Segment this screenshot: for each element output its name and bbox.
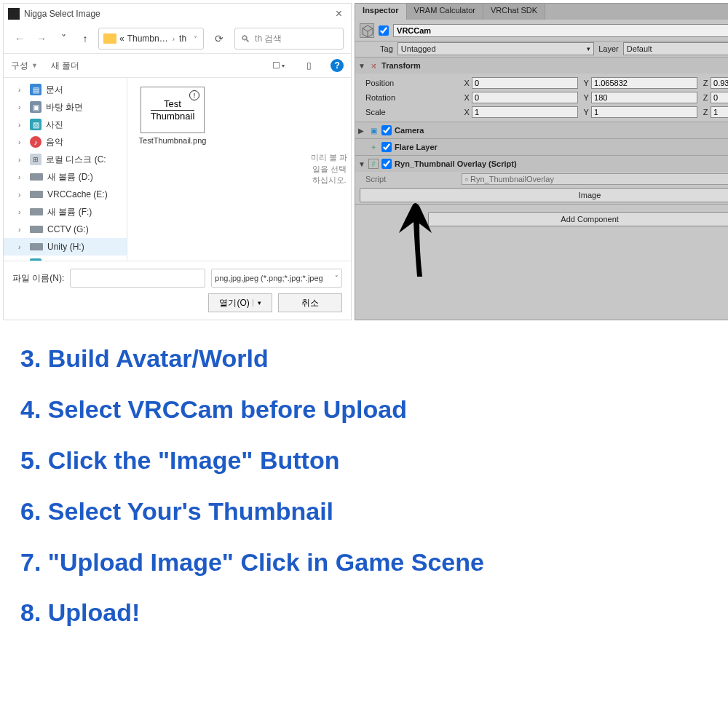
view-mode-button[interactable]: ☐▾ (269, 57, 287, 74)
folder-tree: ›▤문서 ›▣바탕 화면 ›▨사진 ›♪음악 ›⊞로컬 디스크 (C: ›새 볼… (4, 78, 127, 261)
transform-component: ▼ ⤨ Transform ❔⇆⋮ Position X Y Z Rotatio… (355, 58, 728, 122)
scale-label: Scale (360, 108, 462, 116)
address-bar[interactable]: « Thumbn… › th ˅ (98, 28, 204, 50)
script-field[interactable]: ▫Ryn_ThumbnailOverlay (462, 173, 728, 185)
script-label: Script (360, 175, 462, 183)
step-8: 8. Upload! (20, 596, 708, 630)
info-icon: ! (189, 90, 199, 100)
scale-x-field[interactable] (472, 106, 578, 118)
dialog-toolbar: 구성▼ 새 폴더 ☐▾ ▯ ? (4, 53, 351, 78)
step-3: 3. Build Avatar/World (20, 342, 708, 376)
position-x-field[interactable] (472, 77, 578, 89)
camera-component: ▶ ▣ Camera ❔⇆⋮ (355, 122, 728, 139)
tree-item-cctv[interactable]: ›CCTV (G:) (4, 221, 127, 238)
nav-up-button[interactable]: ↑ (76, 30, 94, 47)
step-5: 5. Click the "Image" Button (20, 444, 708, 478)
position-y-field[interactable] (591, 77, 697, 89)
help-icon[interactable]: ? (331, 59, 344, 72)
file-name-label: TestThumbnail.png (139, 136, 207, 145)
ryn-thumbnail-overlay-component: ▼ # Ryn_Thumbnail Overlay (Script) ❔⇆⋮ S… (355, 156, 728, 205)
breadcrumb-part-2[interactable]: th (179, 33, 186, 44)
unity-icon (8, 8, 20, 20)
search-placeholder: th 검색 (255, 33, 282, 45)
preview-hint: 미리 볼 파일을 선택하십시오. (307, 78, 351, 261)
file-item[interactable]: ! Test Thumbnail TestThumbnail.png (136, 87, 209, 145)
close-icon[interactable]: × (331, 7, 347, 20)
layer-label: Layer (598, 44, 619, 53)
chevron-down-icon: ▼ (31, 62, 38, 69)
organize-button[interactable]: 구성▼ (11, 60, 38, 72)
cancel-button[interactable]: 취소 (278, 293, 342, 312)
component-enabled-checkbox[interactable] (381, 159, 392, 169)
rotation-x-field[interactable] (472, 92, 578, 103)
fold-icon[interactable]: ▼ (358, 160, 365, 168)
flare-layer-component: ▶ ✦ Flare Layer ❔⇆⋮ (355, 139, 728, 156)
script-icon: # (368, 159, 379, 169)
chevron-down-icon[interactable]: ˅ (194, 35, 197, 43)
tag-label: Tag (380, 44, 393, 53)
step-4: 4. Select VRCCam before Upload (20, 393, 708, 427)
tree-item-music[interactable]: ›♪음악 (4, 133, 127, 151)
scale-y-field[interactable] (591, 106, 697, 118)
tree-item-local-disk[interactable]: ›⊞로컬 디스크 (C: (4, 151, 127, 168)
tree-item-unity[interactable]: ›Unity (H:) (4, 238, 127, 256)
tree-item-vrccache[interactable]: ›VRCCache (E:) (4, 186, 127, 203)
dialog-titlebar: Nigga Select Image × (4, 4, 351, 24)
add-component-button[interactable]: Add Component (428, 212, 728, 226)
fold-icon[interactable]: ▼ (358, 62, 365, 70)
scale-z-field[interactable] (711, 106, 728, 118)
tree-item-desktop[interactable]: ›▣바탕 화면 (4, 98, 127, 116)
flare-icon: ✦ (368, 142, 379, 152)
folder-icon (103, 33, 116, 44)
tree-item-esd-usb[interactable]: ›▸ESD-USB (I:) (4, 256, 127, 261)
rotation-y-field[interactable] (591, 92, 697, 103)
preview-pane-button[interactable]: ▯ (300, 57, 317, 74)
transform-icon: ⤨ (368, 60, 379, 71)
file-filter-select[interactable]: png,jpg,jpeg (*.png;*.jpg;*.jpeg˅ (211, 269, 342, 288)
search-input[interactable]: 🔍︎ th 검색 (234, 28, 344, 50)
tree-item-documents[interactable]: ›▤문서 (4, 81, 127, 98)
tree-item-volume-f[interactable]: ›새 볼륨 (F:) (4, 203, 127, 221)
open-button[interactable]: 열기(O)▾ (208, 293, 272, 312)
step-7: 7. "Upload Image" Click in Game Scene (20, 546, 708, 579)
thumbnail-image: ! Test Thumbnail (141, 87, 205, 133)
tree-item-volume-d[interactable]: ›새 볼륨 (D:) (4, 168, 127, 186)
tag-dropdown[interactable]: Untagged▾ (397, 42, 594, 55)
rotation-label: Rotation (360, 93, 462, 102)
layer-dropdown[interactable]: Default▾ (623, 42, 728, 55)
component-enabled-checkbox[interactable] (381, 142, 392, 152)
nav-bar: ← → ˅ ↑ « Thumbn… › th ˅ ⟳ 🔍︎ th 검색 (4, 24, 351, 53)
filename-label: 파일 이름(N): (12, 272, 64, 285)
file-list[interactable]: ! Test Thumbnail TestThumbnail.png (127, 78, 307, 261)
tab-vrchat-sdk[interactable]: VRChat SDK (483, 4, 545, 20)
nav-recent-button[interactable]: ˅ (55, 30, 72, 47)
search-icon: 🔍︎ (241, 33, 250, 44)
position-label: Position (360, 79, 462, 87)
active-checkbox[interactable] (379, 25, 389, 36)
object-name-field[interactable] (393, 24, 728, 37)
chevron-right-icon: › (173, 35, 175, 43)
tab-inspector[interactable]: Inspector (355, 4, 407, 20)
nav-back-button[interactable]: ← (11, 30, 28, 47)
position-z-field[interactable] (711, 77, 728, 89)
gameobject-icon[interactable] (360, 23, 374, 38)
breadcrumb-part-1[interactable]: Thumbn… (127, 33, 168, 44)
refresh-button[interactable]: ⟳ (208, 28, 230, 50)
component-enabled-checkbox[interactable] (381, 125, 392, 135)
instructions-list: 3. Build Avatar/World 4. Select VRCCam b… (0, 320, 728, 662)
rotation-z-field[interactable] (711, 92, 728, 103)
inspector-panel: Inspector VRAM Calculator VRChat SDK 🔒︎⋮… (355, 3, 728, 320)
chevron-down-icon: ˅ (335, 274, 339, 282)
new-folder-button[interactable]: 새 폴더 (51, 60, 79, 72)
image-button[interactable]: Image (360, 188, 728, 202)
tab-vram-calculator[interactable]: VRAM Calculator (407, 4, 483, 20)
fold-icon[interactable]: ▶ (358, 127, 365, 135)
dialog-title: Nigga Select Image (24, 9, 327, 19)
nav-forward-button[interactable]: → (33, 30, 50, 47)
camera-icon: ▣ (368, 125, 379, 135)
file-open-dialog: Nigga Select Image × ← → ˅ ↑ « Thumbn… ›… (3, 3, 352, 320)
filename-input[interactable] (70, 269, 205, 288)
tree-item-pictures[interactable]: ›▨사진 (4, 116, 127, 133)
step-6: 6. Select Your's Thumbnail (20, 495, 708, 529)
